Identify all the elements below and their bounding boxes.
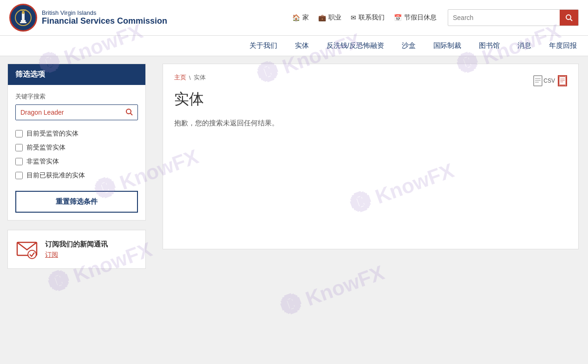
filter-title: 筛选选项	[8, 64, 145, 85]
mail-icon: ✉	[351, 14, 356, 21]
breadcrumb: 主页 \ 实体	[174, 73, 206, 82]
home-link[interactable]: 🏠 家	[292, 13, 309, 22]
keyword-input-wrap: Dragon Leader	[15, 104, 138, 120]
logo-line1: British Virgin Islands	[42, 9, 167, 16]
contact-link[interactable]: ✉ 联系我们	[351, 13, 385, 22]
nav-annual[interactable]: 年度回报	[547, 41, 579, 50]
holiday-link[interactable]: 📅 节假日休息	[394, 13, 437, 22]
checkbox-formerly-regulated-input[interactable]	[15, 144, 23, 151]
svg-point-9	[126, 109, 131, 114]
content-panel: 主页 \ 实体 CSV	[163, 64, 579, 249]
newsletter-panel: 订阅我们的新闻通讯 订阅	[7, 230, 146, 269]
logo-line2: Financial Services Commission	[42, 16, 167, 26]
keyword-input[interactable]: Dragon Leader	[16, 105, 121, 120]
main-layout: 筛选选项 关键字搜索 Dragon Leader 目前受监管的实体	[0, 56, 588, 335]
csv-label: CSV	[543, 78, 555, 84]
nav-sandbox[interactable]: 沙盒	[400, 41, 418, 50]
reset-button[interactable]: 重置筛选条件	[15, 191, 138, 213]
csv-export-button[interactable]: CSV	[533, 75, 555, 86]
nav-library[interactable]: 图书馆	[477, 41, 502, 50]
svg-rect-3	[20, 22, 26, 23]
nav-aml[interactable]: 反洗钱/反恐怖融资	[325, 41, 386, 50]
newsletter-subscribe-link[interactable]: 订阅	[45, 251, 58, 258]
top-bar: British Virgin Islands Financial Service…	[0, 0, 588, 36]
search-button[interactable]	[560, 9, 578, 26]
checkbox-approved-label: 目前已获批准的实体	[26, 171, 85, 180]
search-input[interactable]	[448, 14, 560, 21]
pdf-export-button[interactable]	[558, 75, 567, 86]
sidebar: 筛选选项 关键字搜索 Dragon Leader 目前受监管的实体	[0, 56, 153, 335]
breadcrumb-current: 实体	[194, 73, 206, 82]
top-links: 🏠 家 💼 职业 ✉ 联系我们 📅 节假日休息	[292, 13, 437, 22]
keyword-search-button[interactable]	[121, 108, 137, 117]
checkbox-non-regulated-label: 非监管实体	[26, 157, 59, 166]
svg-point-12	[28, 250, 36, 259]
top-right-area: 🏠 家 💼 职业 ✉ 联系我们 📅 节假日休息	[292, 9, 579, 26]
checkbox-approved[interactable]: 目前已获批准的实体	[15, 171, 138, 180]
checkbox-non-regulated-input[interactable]	[15, 158, 23, 165]
content-area: 主页 \ 实体 CSV	[153, 56, 588, 335]
checkbox-formerly-regulated-label: 前受监管实体	[26, 143, 65, 152]
logo-icon	[9, 4, 37, 32]
search-bar	[448, 9, 579, 26]
svg-rect-2	[21, 20, 26, 22]
calendar-icon: 📅	[394, 14, 402, 21]
nav-entity[interactable]: 实体	[293, 41, 311, 50]
svg-line-10	[131, 113, 132, 115]
svg-rect-17	[559, 77, 566, 85]
checkbox-regulated-input[interactable]	[15, 130, 23, 137]
career-link[interactable]: 💼 职业	[318, 13, 341, 22]
svg-point-4	[22, 11, 25, 14]
svg-line-8	[570, 19, 572, 21]
no-results-message: 抱歉，您的搜索未返回任何结果。	[174, 119, 567, 128]
home-icon: 🏠	[292, 14, 300, 21]
svg-point-7	[566, 15, 571, 20]
logo-text: British Virgin Islands Financial Service…	[42, 9, 167, 26]
keyword-label: 关键字搜索	[15, 92, 138, 101]
newsletter-icon	[15, 238, 39, 261]
breadcrumb-separator: \	[189, 74, 191, 81]
breadcrumb-home[interactable]: 主页	[174, 73, 186, 82]
filter-panel: 筛选选项 关键字搜索 Dragon Leader 目前受监管的实体	[7, 64, 146, 221]
checkbox-non-regulated[interactable]: 非监管实体	[15, 157, 138, 166]
checkbox-group: 目前受监管的实体 前受监管实体 非监管实体 目前已获批准的实体	[15, 130, 138, 180]
filter-body: 关键字搜索 Dragon Leader 目前受监管的实体	[8, 85, 145, 220]
export-icons: CSV	[533, 75, 567, 86]
page-title: 实体	[174, 89, 567, 110]
nav-about[interactable]: 关于我们	[248, 41, 279, 50]
nav-bar: 关于我们 实体 反洗钱/反恐怖融资 沙盒 国际制裁 图书馆 消息 年度回报	[0, 36, 588, 56]
checkbox-approved-input[interactable]	[15, 172, 23, 179]
newsletter-row: 订阅我们的新闻通讯 订阅	[15, 238, 138, 261]
newsletter-title: 订阅我们的新闻通讯	[45, 240, 108, 249]
nav-news[interactable]: 消息	[516, 41, 533, 50]
checkbox-regulated[interactable]: 目前受监管的实体	[15, 130, 138, 138]
checkbox-regulated-label: 目前受监管的实体	[26, 130, 78, 138]
briefcase-icon: 💼	[318, 14, 326, 21]
newsletter-text: 订阅我们的新闻通讯 订阅	[45, 240, 108, 259]
logo-area: British Virgin Islands Financial Service…	[9, 4, 167, 32]
nav-sanctions[interactable]: 国际制裁	[431, 41, 463, 50]
checkbox-formerly-regulated[interactable]: 前受监管实体	[15, 143, 138, 152]
svg-rect-13	[534, 76, 542, 86]
